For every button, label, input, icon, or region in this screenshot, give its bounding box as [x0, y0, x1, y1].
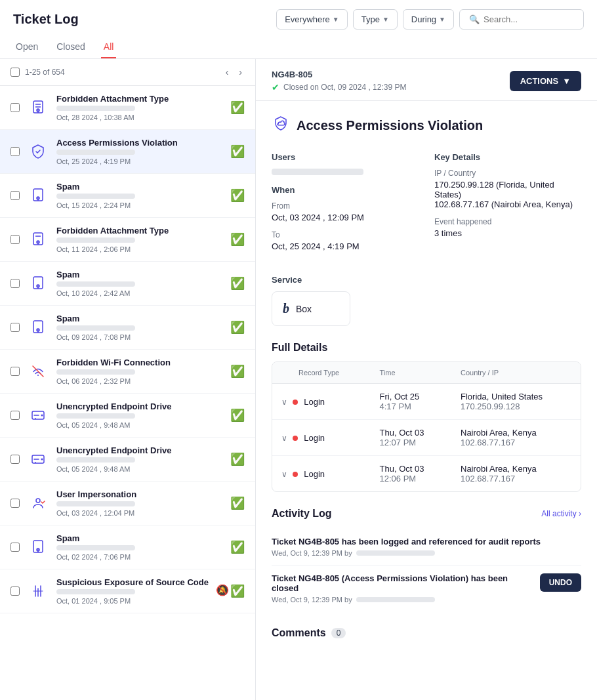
list-item[interactable]: Spam Oct, 15 2024 , 2:24 PM ✅ [0, 174, 255, 218]
ticket-checkbox[interactable] [10, 279, 20, 288]
record-type: Login [304, 469, 325, 479]
service-section: Service b Box [272, 275, 581, 326]
during-filter[interactable]: During ▼ [403, 9, 454, 30]
actions-button[interactable]: ACTIONS ▼ [510, 71, 581, 91]
ticket-status: ✅ [230, 364, 245, 379]
ip-values: 170.250.99.128 (Florida, United States) … [434, 180, 581, 209]
row-time: Thu, Oct 0312:06 PM [371, 456, 451, 492]
code-icon [30, 583, 46, 599]
search-input[interactable] [484, 14, 574, 24]
ticket-checkbox[interactable] [10, 411, 20, 420]
header-top: Ticket Log Everywhere ▼ Type ▼ During ▼ … [13, 9, 584, 30]
to-label: To [272, 230, 419, 239]
ticket-checkbox[interactable] [10, 455, 20, 464]
check-icon: ✅ [230, 584, 245, 598]
activity-text: Ticket NG4B-805 (Access Permissions Viol… [272, 573, 532, 593]
ticket-info: Unencrypted Endpoint Drive Oct, 05 2024 … [56, 445, 224, 473]
full-details-section: Full Details Record Type Time Country / … [272, 342, 581, 492]
ticket-blurred [56, 237, 135, 243]
key-details-label: Key Details [434, 152, 581, 162]
activity-actions: Ticket NG4B-805 (Access Permissions Viol… [272, 573, 581, 604]
attachment-icon [30, 539, 46, 555]
ticket-info: User Impersonation Oct, 03 2024 , 12:04 … [56, 489, 224, 517]
list-item[interactable]: Spam Oct, 09 2024 , 7:08 PM ✅ [0, 306, 255, 350]
shield-cloud-icon [272, 114, 290, 133]
list-item[interactable]: Spam Oct, 02 2024 , 7:06 PM ✅ [0, 525, 255, 569]
closed-check-icon: ✔ [272, 82, 279, 93]
ticket-checkbox[interactable] [10, 323, 20, 332]
detail-title: Access Permissions Violation [272, 114, 581, 136]
tab-closed[interactable]: Closed [54, 36, 88, 58]
ticket-status: ✅ [230, 232, 245, 247]
list-item[interactable]: User Impersonation Oct, 03 2024 , 12:04 … [0, 482, 255, 525]
svg-point-28 [36, 499, 40, 503]
select-all-checkbox[interactable] [10, 68, 20, 77]
next-page-button[interactable]: › [236, 66, 245, 79]
ticket-info: Spam Oct, 09 2024 , 7:08 PM [56, 314, 224, 341]
tab-all[interactable]: All [101, 36, 117, 58]
search-box[interactable]: 🔍 [459, 9, 584, 30]
list-item[interactable]: Forbidden Attachment Type Oct, 28 2024 ,… [0, 86, 255, 130]
check-icon: ✅ [230, 101, 245, 114]
ticket-checkbox[interactable] [10, 191, 20, 200]
table-container: Record Type Time Country / IP ∨ [272, 361, 581, 492]
during-label: During [411, 14, 436, 24]
ticket-checkbox[interactable] [10, 367, 20, 376]
detail-table: Record Type Time Country / IP ∨ [272, 362, 581, 491]
expand-button[interactable]: ∨ [281, 470, 287, 479]
ticket-date: Oct, 05 2024 , 9:48 AM [56, 421, 224, 429]
list-item[interactable]: Forbidden Attachment Type Oct, 11 2024 ,… [0, 218, 255, 262]
when-label: When [272, 185, 419, 195]
check-icon: ✅ [230, 541, 245, 554]
check-icon: ✅ [230, 409, 245, 422]
activity-date: Wed, Oct 9, 12:39 PM by [272, 549, 352, 557]
ticket-icon [26, 403, 50, 427]
list-item[interactable]: Unencrypted Endpoint Drive Oct, 05 2024 … [0, 394, 255, 438]
all-activity-link[interactable]: All activity › [541, 509, 581, 518]
record-type: Login [304, 433, 325, 443]
list-item[interactable]: Access Permissions Violation Oct, 25 202… [0, 130, 255, 174]
ticket-blurred [56, 325, 135, 331]
ticket-blurred [56, 501, 135, 506]
ticket-checkbox[interactable] [10, 235, 20, 244]
header: Ticket Log Everywhere ▼ Type ▼ During ▼ … [0, 0, 597, 59]
type-label: Type [361, 14, 380, 24]
ticket-checkbox[interactable] [10, 587, 20, 596]
ticket-checkbox[interactable] [10, 499, 20, 508]
ticket-blurred [56, 369, 135, 375]
check-icon: ✅ [230, 321, 245, 334]
detail-grid: Users When From Oct, 03 2024 , 12:09 PM … [272, 152, 581, 259]
ticket-date: Oct, 06 2024 , 2:32 PM [56, 377, 224, 385]
table-row: ∨ Login Thu, Oct 0312:06 PM Nairobi Area… [272, 456, 581, 492]
list-item[interactable]: Unencrypted Endpoint Drive Oct, 05 2024 … [0, 438, 255, 482]
ticket-name: Forbidden Attachment Type [56, 94, 224, 104]
prev-page-button[interactable]: ‹ [223, 66, 232, 79]
right-panel: NG4B-805 ✔ Closed on Oct, 09 2024 , 12:3… [256, 59, 597, 700]
ticket-checkbox[interactable] [10, 543, 20, 552]
key-details-section: Key Details IP / Country 170.250.99.128 … [434, 152, 581, 238]
ip-country-label: IP / Country [434, 169, 581, 178]
service-label: Service [272, 275, 581, 285]
attachment-icon [30, 319, 46, 335]
row-location: Nairobi Area, Kenya102.68.77.167 [451, 456, 581, 492]
type-filter[interactable]: Type ▼ [353, 9, 398, 30]
user-blurred [272, 169, 363, 175]
list-item[interactable]: Suspicious Exposure of Source Code Oct, … [0, 569, 255, 613]
list-item[interactable]: Forbidden Wi-Fi Connection Oct, 06 2024 … [0, 350, 255, 394]
service-box: b Box [272, 291, 350, 326]
ticket-checkbox[interactable] [10, 147, 20, 156]
list-item[interactable]: Spam Oct, 10 2024 , 2:42 AM ✅ [0, 262, 255, 306]
ticket-name: Unencrypted Endpoint Drive [56, 445, 224, 455]
activity-text: Ticket NG4B-805 has been logged and refe… [272, 537, 581, 546]
comments-header: Comments 0 [272, 627, 581, 639]
status-dot [293, 472, 298, 477]
tab-open[interactable]: Open [13, 36, 41, 58]
expand-button[interactable]: ∨ [281, 398, 287, 407]
everywhere-filter[interactable]: Everywhere ▼ [276, 9, 348, 30]
row-record: ∨ Login [272, 384, 371, 420]
svg-point-18 [37, 375, 39, 376]
undo-button[interactable]: UNDO [540, 573, 581, 592]
check-icon: ✅ [230, 277, 245, 290]
ticket-checkbox[interactable] [10, 103, 20, 112]
expand-button[interactable]: ∨ [281, 434, 287, 443]
